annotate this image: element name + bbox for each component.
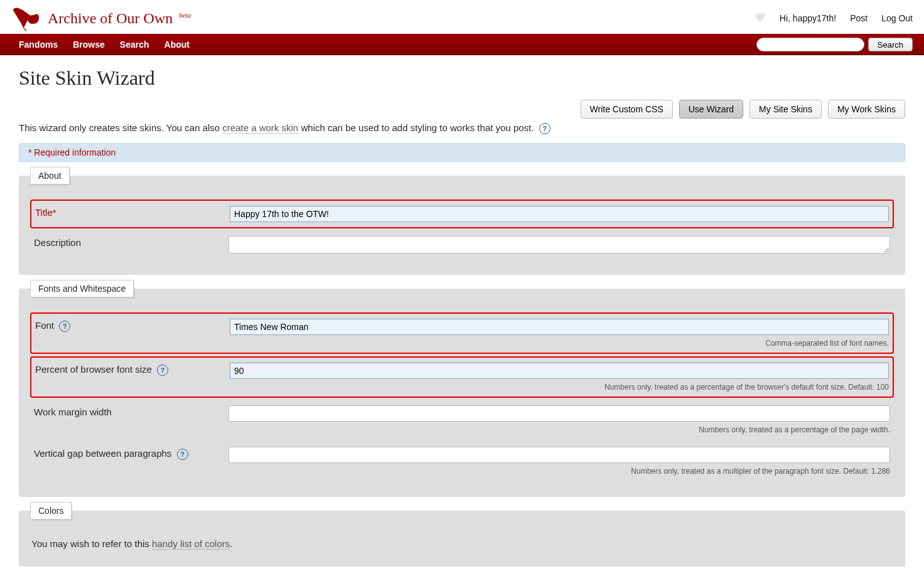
required-banner: * Required information [19, 143, 905, 162]
description-label: Description [34, 236, 228, 248]
nav-fandoms[interactable]: Fandoms [19, 40, 58, 50]
fonts-legend: Fonts and Whitespace [30, 280, 134, 297]
my-site-skins-button[interactable]: My Site Skins [749, 100, 822, 119]
nav-search[interactable]: Search [120, 40, 149, 50]
about-section: About Title* Description [19, 176, 905, 275]
font-label: Font ? [35, 319, 230, 332]
post-link[interactable]: Post [850, 13, 868, 23]
nav-about[interactable]: About [164, 40, 190, 50]
action-row: Write Custom CSS Use Wizard My Site Skin… [19, 100, 905, 119]
percent-hint: Numbers only, treated as a percentage of… [230, 383, 889, 392]
greeting-link[interactable]: Hi, happy17th! [780, 13, 836, 23]
help-icon[interactable]: ? [539, 123, 551, 134]
title-input[interactable] [230, 206, 889, 222]
margin-hint: Numbers only, treated as a percentage of… [228, 425, 890, 434]
gap-row: Vertical gap between paragraphs ? Number… [30, 442, 894, 481]
logo-link[interactable]: Archive of Our Own beta [11, 5, 191, 31]
colors-list-link[interactable]: handy list of colors [152, 538, 230, 550]
gap-hint: Numbers only, treated as a multipler of … [228, 467, 890, 476]
search-form: Search [756, 38, 913, 51]
colors-intro: You may wish to refer to this handy list… [30, 535, 894, 553]
colors-section: Colors You may wish to refer to this han… [19, 511, 905, 567]
create-work-skin-link[interactable]: create a work skin [222, 122, 298, 134]
font-input[interactable] [230, 319, 889, 335]
search-button[interactable]: Search [868, 38, 913, 51]
percent-row: Percent of browser font size ? Numbers o… [30, 356, 894, 398]
search-input[interactable] [756, 38, 864, 51]
ao3-logo-icon [11, 5, 41, 31]
percent-label: Percent of browser font size ? [35, 363, 230, 376]
help-icon[interactable]: ? [59, 321, 70, 332]
nav-browse[interactable]: Browse [73, 40, 105, 50]
user-nav: Hi, happy17th! Post Log Out [755, 12, 913, 25]
help-icon[interactable]: ? [177, 449, 188, 460]
colors-legend: Colors [30, 502, 72, 520]
title-label: Title* [35, 206, 230, 218]
percent-input[interactable] [230, 363, 889, 379]
margin-input[interactable] [228, 405, 890, 422]
my-work-skins-button[interactable]: My Work Skins [828, 100, 905, 119]
beta-label: beta [179, 11, 191, 19]
kudos-icon[interactable] [755, 12, 766, 25]
description-input[interactable] [228, 236, 890, 253]
gap-label: Vertical gap between paragraphs ? [34, 447, 228, 460]
intro-text: This wizard only creates site skins. You… [19, 122, 905, 134]
header: Archive of Our Own beta Hi, happy17th! P… [0, 0, 924, 34]
write-css-button[interactable]: Write Custom CSS [581, 100, 673, 119]
title-row: Title* [30, 200, 894, 228]
about-legend: About [30, 167, 70, 184]
gap-input[interactable] [228, 447, 890, 463]
font-row: Font ? Comma-separated list of font name… [30, 312, 894, 354]
help-icon[interactable]: ? [157, 365, 168, 376]
use-wizard-button[interactable]: Use Wizard [679, 100, 743, 119]
fonts-section: Fonts and Whitespace Font ? Comma-separa… [19, 289, 905, 497]
logout-link[interactable]: Log Out [881, 13, 913, 23]
page-title: Site Skin Wizard [19, 67, 905, 90]
description-row: Description [30, 231, 894, 259]
font-hint: Comma-separated list of font names. [230, 339, 889, 348]
site-title: Archive of Our Own [48, 10, 173, 26]
main-nav: Fandoms Browse Search About Search [0, 34, 924, 55]
margin-row: Work margin width Numbers only, treated … [30, 400, 894, 439]
margin-label: Work margin width [34, 405, 228, 417]
